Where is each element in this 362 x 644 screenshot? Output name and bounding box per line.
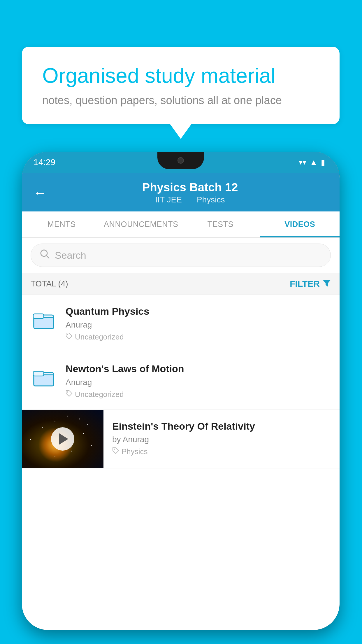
speech-bubble: Organised study material notes, question… bbox=[22, 47, 340, 124]
status-bar: 14:29 ▾▾ ▲ ▮ bbox=[22, 152, 340, 173]
item-tag: Uncategorized bbox=[66, 332, 331, 342]
tabs-bar: MENTS ANNOUNCEMENTS TESTS VIDEOS bbox=[22, 211, 340, 238]
filter-icon bbox=[323, 279, 331, 289]
tag-label: Uncategorized bbox=[75, 332, 124, 342]
tag-label: Physics bbox=[122, 447, 148, 456]
filter-button[interactable]: FILTER bbox=[290, 279, 331, 289]
camera bbox=[178, 157, 184, 164]
battery-icon: ▮ bbox=[321, 158, 325, 167]
bubble-subtitle: notes, question papers, solutions all at… bbox=[42, 94, 319, 107]
app-content: ← Physics Batch 12 IIT JEE Physics MENTS bbox=[22, 173, 340, 630]
video-list: Quantum Physics Anurag Uncategorized bbox=[22, 295, 340, 630]
header-main-title: Physics Batch 12 bbox=[52, 181, 328, 194]
svg-marker-2 bbox=[323, 280, 331, 287]
item-folder-icon bbox=[31, 307, 57, 333]
header-subtitle: IIT JEE Physics bbox=[52, 195, 328, 204]
total-count: TOTAL (4) bbox=[31, 279, 68, 288]
play-icon bbox=[59, 433, 68, 445]
item-author: by Anurag bbox=[112, 435, 331, 444]
item-title: Quantum Physics bbox=[66, 305, 331, 317]
search-placeholder: Search bbox=[55, 250, 86, 261]
phone-frame: 14:29 ▾▾ ▲ ▮ ← Physics Batch 12 IIT JEE bbox=[22, 152, 340, 630]
notch bbox=[157, 152, 204, 169]
tag-icon bbox=[66, 332, 73, 342]
header-tag1: IIT JEE bbox=[155, 195, 182, 204]
item-content: Einstein's Theory Of Relativity by Anura… bbox=[103, 410, 340, 467]
header-title-group: Physics Batch 12 IIT JEE Physics bbox=[52, 181, 328, 204]
tag-icon bbox=[66, 390, 73, 399]
svg-point-5 bbox=[67, 334, 68, 335]
filter-label: FILTER bbox=[290, 279, 320, 289]
item-folder-icon bbox=[31, 364, 57, 390]
status-icons: ▾▾ ▲ ▮ bbox=[299, 158, 325, 167]
play-button[interactable] bbox=[51, 427, 74, 451]
svg-point-8 bbox=[67, 391, 68, 393]
search-container: Search bbox=[22, 238, 340, 273]
app-header: ← Physics Batch 12 IIT JEE Physics bbox=[22, 173, 340, 211]
tab-tests[interactable]: TESTS bbox=[181, 211, 260, 237]
svg-point-9 bbox=[114, 449, 115, 450]
tab-ments[interactable]: MENTS bbox=[22, 211, 101, 237]
item-content: Newton's Laws of Motion Anurag Uncategor… bbox=[66, 363, 331, 399]
svg-rect-7 bbox=[33, 371, 44, 376]
svg-line-1 bbox=[46, 256, 49, 258]
wifi-icon: ▾▾ bbox=[299, 158, 306, 167]
list-item[interactable]: Newton's Laws of Motion Anurag Uncategor… bbox=[22, 352, 340, 410]
bubble-title: Organised study material bbox=[42, 64, 319, 87]
item-content: Quantum Physics Anurag Uncategorized bbox=[66, 305, 331, 342]
status-time: 14:29 bbox=[34, 157, 55, 167]
tag-label: Uncategorized bbox=[75, 390, 124, 399]
item-tag: Uncategorized bbox=[66, 390, 331, 399]
video-thumbnail bbox=[22, 410, 103, 468]
header-tag2: Physics bbox=[197, 195, 225, 204]
signal-icon: ▲ bbox=[310, 158, 317, 167]
search-bar[interactable]: Search bbox=[31, 244, 331, 267]
filter-row: TOTAL (4) FILTER bbox=[22, 273, 340, 295]
svg-rect-4 bbox=[33, 314, 44, 318]
phone-screen: 14:29 ▾▾ ▲ ▮ ← Physics Batch 12 IIT JEE bbox=[22, 152, 340, 630]
item-tag: Physics bbox=[112, 447, 331, 456]
item-author: Anurag bbox=[66, 320, 331, 330]
list-item[interactable]: Quantum Physics Anurag Uncategorized bbox=[22, 295, 340, 352]
item-title: Newton's Laws of Motion bbox=[66, 363, 331, 375]
search-icon bbox=[40, 249, 50, 262]
back-button[interactable]: ← bbox=[34, 186, 46, 200]
item-author: Anurag bbox=[66, 378, 331, 387]
item-title: Einstein's Theory Of Relativity bbox=[112, 420, 331, 432]
list-item[interactable]: Einstein's Theory Of Relativity by Anura… bbox=[22, 410, 340, 468]
tag-icon bbox=[112, 447, 119, 456]
tab-announcements[interactable]: ANNOUNCEMENTS bbox=[101, 211, 181, 237]
tab-videos[interactable]: VIDEOS bbox=[260, 211, 340, 237]
